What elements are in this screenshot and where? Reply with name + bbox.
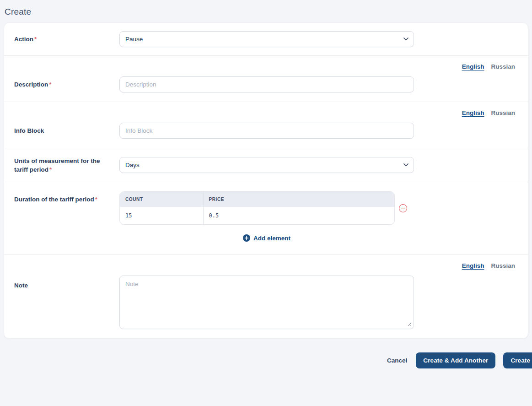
section-description: English Russian Description* — [4, 56, 528, 102]
count-cell[interactable]: 15 — [120, 207, 203, 224]
field-label-description: Description* — [14, 80, 119, 89]
language-tabs: English Russian — [4, 102, 528, 116]
tab-russian[interactable]: Russian — [491, 262, 515, 269]
units-label: Units of measurement for the tariff peri… — [14, 157, 100, 173]
duration-table: COUNT PRICE 15 0.5 — [119, 191, 395, 225]
repeater-row-line: COUNT PRICE 15 0.5 — [119, 191, 414, 225]
column-header-price: PRICE — [203, 192, 394, 207]
create-add-another-button[interactable]: Create & Add Another — [416, 352, 495, 368]
info-block-field — [119, 123, 414, 139]
chevron-down-icon — [403, 163, 408, 166]
field-row-action: Action* Pause — [4, 23, 528, 55]
field-label-info-block: Info Block — [14, 126, 119, 135]
note-textarea-wrap — [119, 276, 414, 329]
add-element-label: Add element — [253, 235, 290, 242]
tab-english[interactable]: English — [462, 109, 484, 116]
field-label-units: Units of measurement for the tariff peri… — [14, 157, 119, 173]
section-note: English Russian Note — [4, 255, 528, 338]
price-cell[interactable]: 0.5 — [203, 207, 394, 224]
tab-english[interactable]: English — [462, 262, 484, 269]
footer-actions: Cancel Create & Add Another Create — [0, 352, 532, 368]
note-textarea[interactable] — [119, 276, 414, 329]
resize-handle-icon[interactable] — [408, 322, 412, 326]
minus-icon — [401, 208, 405, 209]
table-header-row: COUNT PRICE — [120, 192, 394, 207]
tab-russian[interactable]: Russian — [491, 109, 515, 116]
note-field — [119, 276, 414, 329]
required-asterisk: * — [49, 166, 52, 173]
tab-russian[interactable]: Russian — [491, 63, 515, 70]
create-page: Create Action* Pause English Russian — [0, 0, 532, 406]
info-block-input[interactable] — [119, 123, 414, 139]
units-select-value: Days — [125, 162, 140, 168]
section-info-block: English Russian Info Block — [4, 102, 528, 148]
field-row-duration: Duration of the tariff period* COUNT PRI… — [4, 182, 528, 254]
action-select[interactable]: Pause — [119, 31, 414, 47]
page-title: Create — [5, 7, 532, 17]
units-field: Days — [119, 157, 414, 173]
field-label-note: Note — [14, 281, 119, 329]
add-element-wrap: Add element — [119, 233, 414, 244]
field-label-duration: Duration of the tariff period* — [14, 195, 119, 244]
cancel-button[interactable]: Cancel — [386, 353, 408, 368]
info-block-label: Info Block — [14, 127, 44, 134]
field-row-description: Description* — [4, 70, 528, 102]
field-label-action: Action* — [14, 35, 119, 43]
language-tabs: English Russian — [4, 255, 528, 269]
units-select[interactable]: Days — [119, 157, 414, 173]
plus-circle-icon — [243, 234, 250, 242]
language-tabs: English Russian — [4, 56, 528, 70]
field-row-info-block: Info Block — [4, 116, 528, 148]
chevron-down-icon — [403, 37, 408, 40]
description-field — [119, 76, 414, 92]
create-button[interactable]: Create — [503, 352, 532, 368]
required-asterisk: * — [95, 196, 97, 203]
required-asterisk: * — [34, 36, 37, 43]
add-element-button[interactable]: Add element — [240, 233, 293, 244]
duration-label: Duration of the tariff period — [14, 196, 94, 203]
description-input[interactable] — [119, 76, 414, 92]
action-select-value: Pause — [125, 36, 143, 43]
column-header-count: COUNT — [120, 192, 203, 207]
description-label: Description — [14, 81, 48, 88]
action-label: Action — [14, 36, 33, 43]
required-asterisk: * — [49, 81, 51, 88]
tab-english[interactable]: English — [462, 63, 484, 70]
remove-row-button[interactable] — [399, 204, 407, 212]
duration-field: COUNT PRICE 15 0.5 — [119, 191, 414, 244]
field-row-units: Units of measurement for the tariff peri… — [4, 148, 528, 182]
field-row-note: Note — [4, 269, 528, 338]
table-row: 15 0.5 — [120, 207, 394, 224]
note-label: Note — [14, 282, 28, 289]
form-card: Action* Pause English Russian Descriptio… — [4, 22, 528, 339]
action-field: Pause — [119, 31, 414, 47]
